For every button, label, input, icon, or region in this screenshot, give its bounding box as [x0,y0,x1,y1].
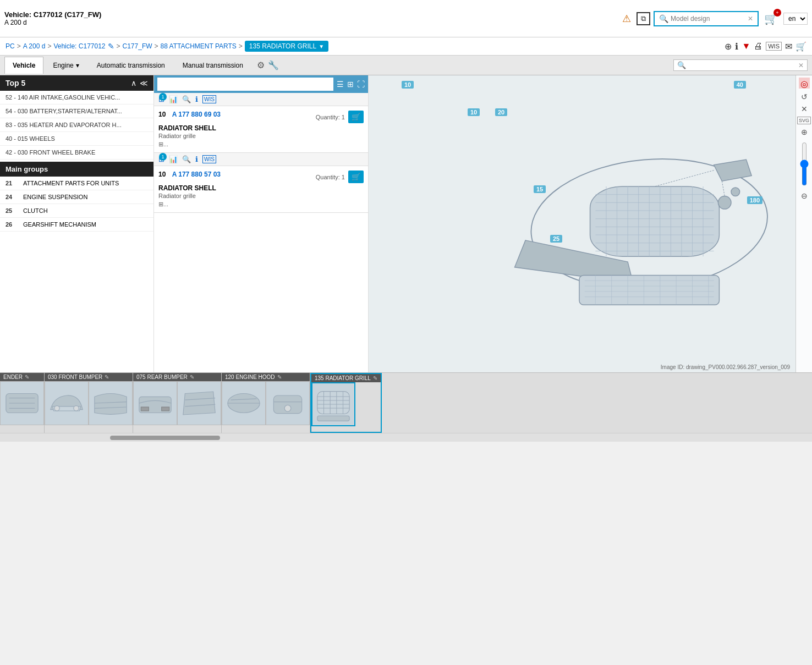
diagram-zoom-out-icon[interactable]: ⊖ [801,191,808,200]
part1-table-expand[interactable]: ⊞... [158,141,364,148]
tab-manual-transmission[interactable]: Manual transmission [174,57,251,74]
vehicle-copy-icon[interactable]: ✎ [108,42,114,51]
diagram-tool-crosshair-icon[interactable]: ✕ [801,105,808,113]
thumb-img-engine-hood-2[interactable] [266,381,310,425]
scrollbar-area [0,433,812,442]
wis-breadcrumb-icon[interactable]: WIS [766,42,782,51]
part1-cart-button[interactable]: 🛒 [348,111,364,123]
sidebar-minimize-icon[interactable]: ≪ [140,79,148,87]
header-left: Vehicle: C177012 (C177_FW) A 200 d [4,10,101,26]
thumb-img-rear-bumper-1[interactable] [133,381,177,425]
svg-point-41 [54,406,59,411]
tools-icon[interactable]: 🔧 [268,60,279,70]
scrollbar-thumb[interactable] [110,436,220,440]
thumb-group-front-bumper-title: 030 FRONT BUMPER ✎ [45,373,133,381]
list-item[interactable]: 52 - 140 AIR INTAKE,GASOLINE VEHIC... [0,91,153,105]
list-item[interactable]: 83 - 035 HEATER AND EVAPORATOR H... [0,118,153,132]
diagram-zoom-in-icon[interactable]: ⊕ [801,128,808,136]
tab-search-input[interactable] [688,62,798,69]
sidebar-group-item-25[interactable]: 25 CLUTCH [0,204,153,218]
tab-automatic-transmission[interactable]: Automatic transmission [89,57,173,74]
cart-header-icon[interactable]: 🛒+ [762,10,780,28]
parts-list-view-icon[interactable]: ☰ [337,80,344,89]
part2-search-icon[interactable]: 🔍 [182,155,191,163]
diagram-tool-refresh-icon[interactable]: ↺ [801,92,808,101]
part2-chart-icon[interactable]: 📊 [169,155,178,163]
filter-breadcrumb-icon[interactable]: ▼ [742,41,750,51]
info-breadcrumb-icon[interactable]: ℹ [735,41,738,52]
part1-desc: Radiator grille [158,133,364,139]
thumb-group-front-bumper-images [45,381,133,433]
parts-search-box [157,78,333,91]
breadcrumb-c177fw[interactable]: C177_FW [123,42,152,50]
breadcrumb-vehicle[interactable]: Vehicle: C177012 [53,42,105,50]
thumb-group-engine-hood-edit-icon[interactable]: ✎ [277,374,282,380]
part1-info-icon[interactable]: ℹ [195,95,198,103]
part2-table-icon-wrap: ⊞ 1 [158,155,164,163]
breadcrumb-dropdown-icon[interactable]: ▼ [319,43,324,50]
part2-cart-button[interactable]: 🛒 [348,171,364,183]
part2-number[interactable]: A 177 880 57 03 [172,171,221,178]
diagram-tool-circle-icon[interactable]: ◎ [800,79,808,89]
part1-number[interactable]: A 177 880 69 03 [172,111,221,118]
part1-chart-icon[interactable]: 📊 [169,95,178,103]
part1-pos: 10 [158,111,166,118]
thumb-img-front-bumper-2[interactable] [89,381,133,425]
thumb-img-engine-hood-1[interactable] [222,381,266,425]
tab-search-clear-icon[interactable]: ✕ [798,62,804,69]
thumb-front-bumper-2-svg [91,384,130,422]
breadcrumb-88-attachment[interactable]: 88 ATTACHMENT PARTS [161,42,237,50]
tab-search-icon[interactable]: 🔍 [677,61,686,69]
sidebar-header-controls: ∧ ≪ [131,79,148,87]
thumb-group-ender-images [0,381,44,433]
clear-search-icon[interactable]: ✕ [748,15,753,23]
model-design-input[interactable] [671,15,748,23]
mail-breadcrumb-icon[interactable]: ✉ [785,41,792,52]
sidebar-group-item-26[interactable]: 26 GEARSHIFT MECHANISM [0,218,153,232]
svg-point-34 [731,187,740,196]
thumb-group-rear-bumper-edit-icon[interactable]: ✎ [190,374,194,380]
parts-search-input[interactable] [157,80,333,89]
list-item[interactable]: 42 - 030 FRONT WHEEL BRAKE [0,146,153,160]
thumb-rear-bumper-1-svg [136,384,174,422]
part2-pos: 10 [158,171,166,178]
thumb-engine-hood-2-svg [268,384,307,422]
thumb-img-radiator-grill-1[interactable] [311,382,355,426]
parts-expand-icon[interactable]: ⛶ [357,80,365,89]
tab-vehicle[interactable]: Vehicle [4,57,43,74]
main-content: Top 5 ∧ ≪ 52 - 140 AIR INTAKE,GASOLINE V… [0,75,812,372]
sidebar-collapse-icon[interactable]: ∧ [131,79,136,87]
svg-rect-1 [590,186,720,256]
part2-wis-icon[interactable]: WIS [202,155,216,163]
parts-grid-view-icon[interactable]: ⊞ [347,80,354,89]
diagram-tool-svg-label[interactable]: SVG [797,117,811,124]
diagram-label-20: 20 [495,108,507,116]
sidebar-group-item-24[interactable]: 24 ENGINE SUSPENSION [0,190,153,204]
print-breadcrumb-icon[interactable]: 🖨 [754,41,762,51]
thumb-img-ender-1[interactable] [0,381,44,425]
part1-search-icon[interactable]: 🔍 [182,95,191,103]
part2-qty-label: Quantity: 1 [316,174,345,180]
breadcrumb-current-135[interactable]: 135 RADIATOR GRILL ▼ [245,41,328,52]
breadcrumb-pc[interactable]: PC [6,42,15,50]
list-item[interactable]: 54 - 030 BATTERY,STARTER/ALTERNAT... [0,105,153,118]
thumb-img-front-bumper-1[interactable] [45,381,89,425]
thumb-group-ender-edit-icon[interactable]: ✎ [25,374,29,380]
breadcrumb-a200d[interactable]: A 200 d [23,42,46,50]
part2-info-icon[interactable]: ℹ [195,155,198,163]
warning-icon[interactable]: ⚠ [620,10,633,27]
thumb-group-front-bumper-edit-icon[interactable]: ✎ [105,374,109,380]
part1-wis-icon[interactable]: WIS [202,95,216,103]
diagram-zoom-slider[interactable] [800,142,808,186]
list-item[interactable]: 40 - 015 WHEELS [0,132,153,146]
thumb-img-rear-bumper-2[interactable] [177,381,221,425]
cart-breadcrumb-icon[interactable]: 🛒 [795,41,806,52]
sidebar-group-item-21[interactable]: 21 ATTACHMENT PARTS FOR UNITS [0,177,153,190]
thumb-group-radiator-grill-edit-icon[interactable]: ✎ [373,375,377,381]
part2-table-expand[interactable]: ⊞... [158,201,364,208]
copy-documents-icon[interactable]: ⧉ [637,12,650,25]
language-select[interactable]: en de fr [783,13,808,25]
tab-engine[interactable]: Engine ▾ [45,57,87,74]
zoom-in-breadcrumb-icon[interactable]: ⊕ [725,41,732,52]
settings-icon[interactable]: ⚙ [257,60,265,70]
